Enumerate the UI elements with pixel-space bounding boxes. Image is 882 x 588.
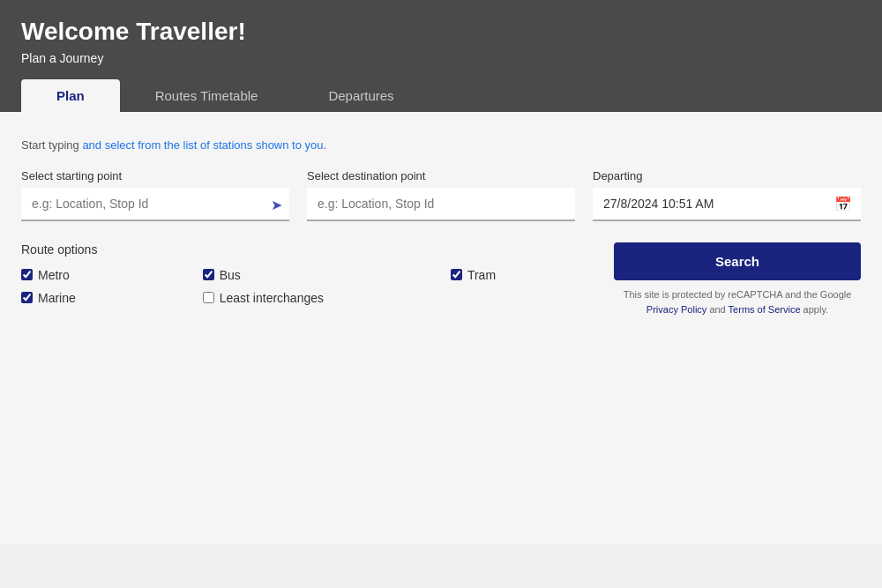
form-row: Select starting point ➤ Select destinati…: [21, 169, 861, 221]
search-section: Search This site is protected by reCAPTC…: [614, 242, 861, 316]
tab-routes-timetable[interactable]: Routes Timetable: [120, 79, 294, 112]
tram-checkbox[interactable]: [451, 269, 462, 280]
recaptcha-text-before: This site is protected by reCAPTCHA and …: [624, 289, 852, 300]
datetime-wrapper: 📅: [593, 188, 861, 221]
start-input[interactable]: [21, 188, 289, 221]
checkbox-metro[interactable]: Metro: [21, 267, 176, 283]
tram-label: Tram: [467, 267, 496, 283]
start-input-wrapper: ➤: [21, 188, 289, 221]
privacy-policy-link[interactable]: Privacy Policy: [647, 304, 706, 315]
departing-label: Departing: [593, 169, 861, 182]
dest-input[interactable]: [307, 188, 575, 221]
tab-plan[interactable]: Plan: [21, 79, 120, 112]
datetime-input[interactable]: [593, 188, 826, 220]
least-interchanges-checkbox[interactable]: [203, 292, 214, 303]
checkbox-marine[interactable]: Marine: [21, 290, 176, 306]
marine-checkbox[interactable]: [21, 292, 33, 303]
checkbox-bus[interactable]: Bus: [203, 267, 424, 283]
metro-checkbox[interactable]: [21, 269, 33, 280]
checkboxes-grid: Metro Bus Tram Marine: [21, 267, 596, 306]
recaptcha-text-after: apply.: [801, 304, 829, 315]
hint-text: Start typing and select from the list of…: [21, 138, 861, 152]
bus-checkbox[interactable]: [203, 269, 214, 280]
search-button[interactable]: Search: [614, 242, 861, 280]
main-content: Start typing and select from the list of…: [0, 112, 882, 544]
location-icon: ➤: [271, 197, 282, 213]
start-point-group: Select starting point ➤: [21, 169, 289, 221]
page-subtitle: Plan a Journey: [21, 51, 861, 65]
route-options: Route options Metro Bus Tram: [21, 242, 596, 306]
metro-label: Metro: [38, 267, 70, 283]
tab-departures[interactable]: Departures: [293, 79, 429, 112]
least-interchanges-label: Least interchanges: [220, 290, 324, 306]
recaptcha-notice: This site is protected by reCAPTCHA and …: [614, 287, 861, 316]
dest-input-wrapper: [307, 188, 575, 221]
hint-link: and select from the list of stations sho…: [82, 138, 323, 152]
route-options-title: Route options: [21, 242, 596, 257]
bus-label: Bus: [220, 267, 241, 283]
dest-label: Select destination point: [307, 169, 575, 182]
tab-bar: Plan Routes Timetable Departures: [21, 79, 861, 112]
page-title: Welcome Traveller!: [21, 18, 861, 46]
checkbox-tram[interactable]: Tram: [451, 267, 596, 283]
departing-group: Departing 📅: [593, 169, 861, 221]
start-label: Select starting point: [21, 169, 289, 182]
terms-of-service-link[interactable]: Terms of Service: [729, 304, 801, 315]
calendar-icon[interactable]: 📅: [826, 189, 861, 220]
dest-point-group: Select destination point: [307, 169, 575, 221]
header: Welcome Traveller! Plan a Journey Plan R…: [0, 0, 882, 112]
bottom-row: Route options Metro Bus Tram: [21, 242, 861, 316]
checkbox-least-interchanges[interactable]: Least interchanges: [203, 290, 424, 306]
marine-label: Marine: [38, 290, 76, 306]
recaptcha-text-mid: and: [706, 304, 728, 315]
